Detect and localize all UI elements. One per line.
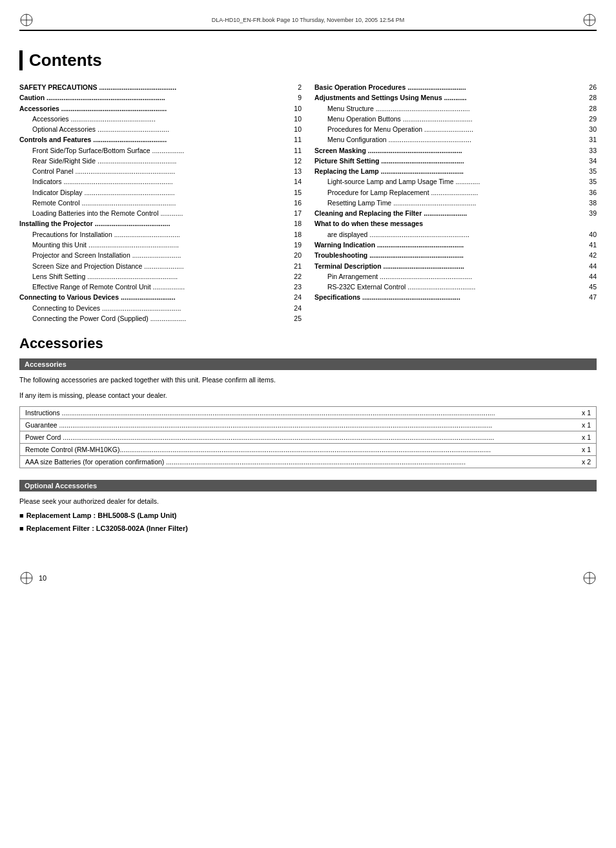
toc-entry-title: Pin Arrangement ........................… — [314, 271, 580, 282]
toc-entry: Lens Shift Setting .....................… — [19, 271, 302, 282]
toc-entry-title: Precautions for Installation ...........… — [19, 229, 285, 240]
toc-entry-title: What to do when these messages — [314, 218, 580, 229]
toc-entry-title: Caution ................................… — [19, 92, 285, 103]
top-left-crosshair — [19, 13, 34, 27]
top-right-crosshair — [582, 13, 597, 27]
toc-entry-title: Adjustments and Settings Using Menus ...… — [314, 92, 580, 103]
toc-entry: Rear Side/Right Side ...................… — [19, 156, 302, 166]
toc-entry: Optional Accessories ...................… — [19, 124, 302, 134]
accessories-body-2: If any item is missing, please contact y… — [19, 391, 597, 401]
toc-entry-page: 41 — [580, 240, 597, 250]
toc-entry-page: 22 — [285, 271, 302, 282]
toc-entry: Screen Masking .........................… — [314, 145, 597, 156]
toc-entry: Front Side/Top Surface/Bottom Surface ..… — [19, 145, 302, 156]
toc-entry: Menu Configuration .....................… — [314, 134, 597, 145]
toc-entry-page: 44 — [580, 271, 597, 282]
toc-entry: Accessories ............................… — [19, 114, 302, 124]
accessories-item-qty: x 1 — [571, 421, 591, 429]
toc-entry-title: Menu Structure .........................… — [314, 103, 580, 114]
toc-entry-page — [580, 218, 597, 229]
accessories-item-name: Instructions ...........................… — [25, 409, 571, 417]
accessories-table-row: AAA size Batteries (for operation confir… — [20, 456, 596, 468]
accessories-table-row: Guarantee ..............................… — [20, 419, 596, 431]
toc-entry-title: Picture Shift Setting ..................… — [314, 156, 580, 166]
toc-entry-page: 14 — [285, 176, 302, 187]
toc-entry-page: 38 — [580, 198, 597, 208]
toc-left-col: SAFETY PRECAUTIONS .....................… — [19, 82, 302, 324]
toc-entry-title: Front Side/Top Surface/Bottom Surface ..… — [19, 145, 285, 156]
toc-entry-title: Warning Indication .....................… — [314, 240, 580, 250]
toc-entry: Indicator Display ......................… — [19, 187, 302, 198]
toc-entry-page: 28 — [580, 92, 597, 103]
toc-entry-page: 25 — [285, 313, 302, 324]
toc-entry: Replacing the Lamp .....................… — [314, 166, 597, 176]
toc-entry-title: Effective Range of Remote Control Unit .… — [19, 282, 285, 292]
accessories-item-name: AAA size Batteries (for operation confir… — [25, 458, 571, 466]
toc-entry-title: Loading Batteries into the Remote Contro… — [19, 208, 285, 218]
toc-entry-page: 30 — [580, 124, 597, 134]
optional-intro: Please seek your authorized dealer for d… — [19, 497, 597, 507]
optional-items-list: Replacement Lamp : BHL5008-S (Lamp Unit)… — [19, 512, 597, 532]
toc-entry-title: Cleaning and Replacing the Filter ......… — [314, 208, 580, 218]
toc-entry-title: Indicator Display ......................… — [19, 187, 285, 198]
toc-entry: SAFETY PRECAUTIONS .....................… — [19, 82, 302, 92]
accessories-item-name: Power Cord .............................… — [25, 433, 571, 441]
toc-entry: Specifications .........................… — [314, 292, 597, 302]
toc-entry-title: Connecting to Various Devices ..........… — [19, 292, 285, 302]
toc-entry-title: Control Panel ..........................… — [19, 166, 285, 176]
toc-entry-title: SAFETY PRECAUTIONS .....................… — [19, 82, 285, 92]
toc-entry-page: 9 — [285, 92, 302, 103]
toc-entry-page: 11 — [285, 134, 302, 145]
toc-entry-page: 21 — [285, 261, 302, 271]
toc-entry: Adjustments and Settings Using Menus ...… — [314, 92, 597, 103]
accessories-table-row: Remote Control (RM-MH10KG)..............… — [20, 444, 596, 456]
toc-entry: Accessories ............................… — [19, 103, 302, 114]
toc-entry-title: Accessories ............................… — [19, 103, 285, 114]
toc-entry-title: Screen Masking .........................… — [314, 145, 580, 156]
toc-entry: Picture Shift Setting ..................… — [314, 156, 597, 166]
toc-entry: Troubleshooting ........................… — [314, 250, 597, 260]
toc-entry-page: 10 — [285, 114, 302, 124]
toc-entry-title: Procedures for Menu Operation ..........… — [314, 124, 580, 134]
toc-entry: Caution ................................… — [19, 92, 302, 103]
toc-entry-title: Rear Side/Right Side ...................… — [19, 156, 285, 166]
toc-entry-title: Installing the Projector ...............… — [19, 218, 285, 229]
toc-entry-page: 42 — [580, 250, 597, 260]
toc-entry-page: 12 — [285, 156, 302, 166]
toc-entry-page: 29 — [580, 114, 597, 124]
page-title: Contents — [19, 50, 597, 70]
toc-entry-title: Controls and Features ..................… — [19, 134, 285, 145]
toc-entry: Light-source Lamp and Lamp Usage Time ..… — [314, 176, 597, 187]
toc-entry-page: 13 — [285, 166, 302, 176]
optional-accessories-item: Replacement Filter : LC32058-002A (Inner… — [19, 524, 597, 532]
toc-entry: Installing the Projector ...............… — [19, 218, 302, 229]
toc-entry: Menu Structure .........................… — [314, 103, 597, 114]
toc-entry: Procedure for Lamp Replacement .........… — [314, 187, 597, 198]
toc-entry-title: Accessories ............................… — [19, 114, 285, 124]
toc-entry-title: Procedure for Lamp Replacement .........… — [314, 187, 580, 198]
accessories-item-qty: x 1 — [571, 433, 591, 441]
toc-entry-page: 31 — [580, 134, 597, 145]
toc-entry-title: Menu Configuration .....................… — [314, 134, 580, 145]
toc-entry-page: 23 — [285, 282, 302, 292]
toc-entry-title: Projector and Screen Installation ......… — [19, 250, 285, 260]
toc-entry: Controls and Features ..................… — [19, 134, 302, 145]
toc-entry-title: are displayed ..........................… — [314, 229, 580, 240]
toc-entry-page: 24 — [285, 303, 302, 313]
toc-entry-page: 18 — [285, 218, 302, 229]
accessories-item-qty: x 2 — [571, 458, 591, 466]
toc-entry: Precautions for Installation ...........… — [19, 229, 302, 240]
accessories-item-name: Remote Control (RM-MH10KG)..............… — [25, 446, 571, 453]
accessories-table-row: Power Cord .............................… — [20, 431, 596, 444]
toc-entry: Indicators .............................… — [19, 176, 302, 187]
toc-entry: Effective Range of Remote Control Unit .… — [19, 282, 302, 292]
accessories-item-qty: x 1 — [571, 409, 591, 417]
toc-entry: Screen Size and Projection Distance ....… — [19, 261, 302, 271]
toc-entry-page: 10 — [285, 124, 302, 134]
optional-accessories-item: Replacement Lamp : BHL5008-S (Lamp Unit) — [19, 512, 597, 519]
toc-entry-title: RS-232C External Control ...............… — [314, 282, 580, 292]
page-number: 10 — [39, 574, 46, 582]
toc-entry-title: Screen Size and Projection Distance ....… — [19, 261, 285, 271]
toc-entry-title: Specifications .........................… — [314, 292, 580, 302]
toc-entry-page: 26 — [580, 82, 597, 92]
